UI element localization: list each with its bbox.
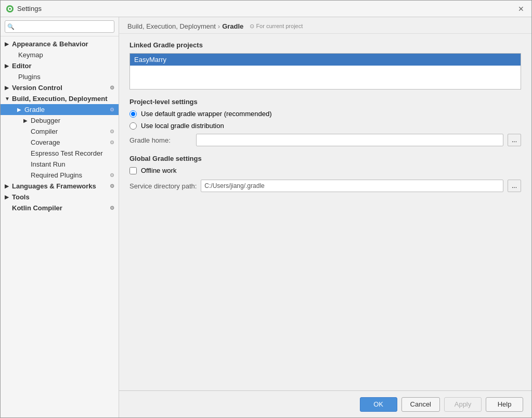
sidebar-item-espresso[interactable]: Espresso Test Recorder bbox=[1, 148, 119, 159]
project-level-title: Project-level settings bbox=[129, 98, 521, 106]
chevron-right-icon: ▶ bbox=[5, 63, 10, 69]
linked-projects-list[interactable]: EasyMarry bbox=[129, 53, 521, 90]
sidebar-item-required-plugins[interactable]: Required Plugins ⚙ bbox=[1, 170, 119, 181]
chevron-right-icon: ▶ bbox=[5, 183, 10, 189]
settings-icon: ⚙ bbox=[110, 205, 114, 211]
radio-local-label[interactable]: Use local gradle distribution bbox=[141, 122, 224, 130]
title-bar-left: Settings bbox=[6, 5, 42, 13]
sidebar-item-tools[interactable]: ▶ Tools bbox=[1, 192, 119, 202]
sidebar-item-compiler[interactable]: Compiler ⚙ bbox=[1, 126, 119, 137]
radio-default-wrapper: Use default gradle wrapper (recommended) bbox=[129, 110, 521, 118]
chevron-down-icon: ▼ bbox=[5, 96, 10, 102]
sidebar-item-kotlin[interactable]: Kotlin Compiler ⚙ bbox=[1, 202, 119, 213]
settings-icon: ⚙ bbox=[110, 107, 114, 112]
cancel-button[interactable]: Cancel bbox=[401, 397, 440, 412]
search-input[interactable] bbox=[5, 20, 114, 33]
sidebar-item-version-control[interactable]: ▶ Version Control ⚙ bbox=[1, 82, 119, 93]
radio-default[interactable] bbox=[129, 110, 137, 118]
sidebar-item-gradle[interactable]: ▶ Gradle ⚙ bbox=[1, 104, 119, 115]
sidebar-item-appearance[interactable]: ▶ Appearance & Behavior bbox=[1, 39, 119, 49]
project-level-section: Project-level settings Use default gradl… bbox=[129, 98, 521, 146]
main-content: Build, Execution, Deployment › Gradle ⊙ … bbox=[119, 17, 531, 417]
search-wrap-inner: 🔍 bbox=[5, 20, 114, 33]
gradle-home-browse-button[interactable]: ... bbox=[508, 134, 521, 146]
sidebar-item-debugger[interactable]: ▶ Debugger bbox=[1, 115, 119, 126]
global-gradle-section: Global Gradle settings Offline work Serv… bbox=[129, 155, 521, 192]
settings-icon: ⚙ bbox=[110, 129, 114, 134]
window-title: Settings bbox=[17, 5, 42, 12]
radio-local[interactable] bbox=[129, 122, 137, 130]
sidebar-item-plugins[interactable]: Plugins bbox=[1, 71, 119, 82]
service-dir-label: Service directory path: bbox=[129, 182, 197, 190]
for-project-badge: ⊙ For current project bbox=[250, 23, 303, 30]
settings-panel: Linked Gradle projects EasyMarry Project… bbox=[119, 34, 531, 390]
offline-work-option: Offline work bbox=[129, 167, 521, 174]
breadcrumb-path: Build, Execution, Deployment bbox=[127, 22, 216, 30]
search-icon: 🔍 bbox=[7, 23, 15, 30]
search-box-wrap: 🔍 bbox=[1, 17, 119, 36]
apply-button[interactable]: Apply bbox=[444, 397, 482, 412]
chevron-right-icon: ▶ bbox=[5, 85, 10, 91]
breadcrumb-current: Gradle bbox=[222, 22, 243, 30]
sidebar-item-editor[interactable]: ▶ Editor bbox=[1, 60, 119, 71]
service-dir-browse-button[interactable]: ... bbox=[508, 180, 521, 192]
sidebar: 🔍 ▶ Appearance & Behavior Keymap ▶ bbox=[1, 17, 119, 417]
linked-project-easymarry[interactable]: EasyMarry bbox=[130, 54, 521, 66]
settings-icon: ⚙ bbox=[110, 140, 114, 145]
sidebar-item-languages[interactable]: ▶ Languages & Frameworks ⚙ bbox=[1, 181, 119, 192]
gradle-home-label: Gradle home: bbox=[129, 136, 192, 144]
settings-window: Settings ✕ 🔍 ▶ Appearance & Behavior bbox=[0, 0, 532, 418]
sidebar-item-keymap[interactable]: Keymap bbox=[1, 49, 119, 60]
settings-icon: ⚙ bbox=[110, 183, 114, 189]
sidebar-item-build-exec[interactable]: ▼ Build, Execution, Deployment bbox=[1, 93, 119, 104]
help-button[interactable]: Help bbox=[486, 397, 523, 412]
sidebar-item-instant-run[interactable]: Instant Run bbox=[1, 159, 119, 170]
sidebar-item-coverage[interactable]: Coverage ⚙ bbox=[1, 137, 119, 148]
app-icon bbox=[6, 5, 14, 13]
offline-work-label[interactable]: Offline work bbox=[141, 167, 176, 174]
gradle-home-row: Gradle home: ... bbox=[129, 134, 521, 146]
title-bar: Settings ✕ bbox=[1, 1, 531, 17]
radio-local-wrapper: Use local gradle distribution bbox=[129, 122, 521, 130]
service-dir-input[interactable] bbox=[201, 180, 503, 192]
radio-default-label[interactable]: Use default gradle wrapper (recommended) bbox=[141, 110, 271, 118]
global-gradle-title: Global Gradle settings bbox=[129, 155, 521, 162]
svg-point-2 bbox=[9, 8, 11, 10]
service-dir-row: Service directory path: ... bbox=[129, 180, 521, 192]
offline-work-checkbox[interactable] bbox=[129, 167, 137, 174]
close-button[interactable]: ✕ bbox=[516, 4, 526, 14]
bottom-bar: OK Cancel Apply Help bbox=[119, 390, 531, 417]
chevron-right-icon: ▶ bbox=[17, 107, 22, 112]
linked-projects-title: Linked Gradle projects bbox=[129, 41, 521, 49]
content-area: 🔍 ▶ Appearance & Behavior Keymap ▶ bbox=[1, 17, 531, 417]
ok-button[interactable]: OK bbox=[360, 397, 397, 412]
settings-icon: ⚙ bbox=[110, 85, 114, 91]
nav-tree: ▶ Appearance & Behavior Keymap ▶ Editor … bbox=[1, 36, 119, 417]
breadcrumb: Build, Execution, Deployment › Gradle ⊙ … bbox=[119, 17, 531, 34]
chevron-right-icon: ▶ bbox=[5, 41, 10, 47]
chevron-right-icon: ▶ bbox=[23, 118, 29, 123]
chevron-right-icon: ▶ bbox=[5, 194, 10, 200]
breadcrumb-separator: › bbox=[218, 22, 220, 30]
gradle-home-input[interactable] bbox=[196, 134, 503, 146]
settings-icon: ⚙ bbox=[110, 172, 114, 178]
